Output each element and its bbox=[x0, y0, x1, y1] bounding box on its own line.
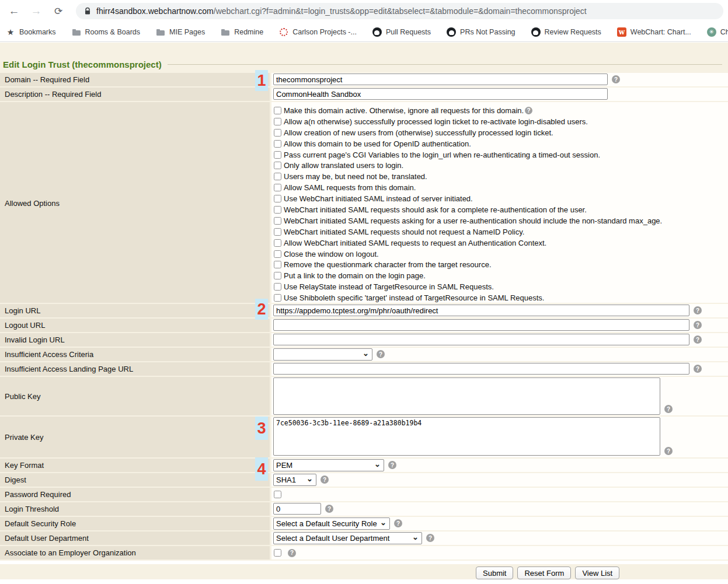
help-icon[interactable] bbox=[612, 75, 620, 83]
row-associate-employer: Associate to an Employer Organization bbox=[0, 546, 728, 559]
legend-divider bbox=[168, 64, 722, 65]
allowed-option-checkbox[interactable] bbox=[274, 118, 281, 125]
help-icon[interactable] bbox=[694, 335, 702, 344]
help-icon[interactable] bbox=[426, 534, 434, 542]
allowed-option-checkbox[interactable] bbox=[274, 151, 281, 159]
bookmark-label: WebChart: Chart... bbox=[631, 28, 691, 36]
field-label-password-required: Password Required bbox=[0, 488, 270, 501]
allowed-option-row[interactable]: Allow WebChart initiated SAML requests t… bbox=[273, 237, 662, 249]
public-key-textarea[interactable] bbox=[273, 377, 660, 415]
help-icon[interactable] bbox=[694, 365, 702, 373]
help-icon[interactable] bbox=[288, 549, 296, 557]
lock-icon[interactable] bbox=[84, 7, 91, 15]
invalid-login-url-input[interactable] bbox=[273, 334, 689, 345]
allowed-option-checkbox[interactable] bbox=[274, 140, 281, 148]
allowed-option-row[interactable]: Use Shibboleth specific 'target' instead… bbox=[273, 292, 662, 303]
help-icon[interactable] bbox=[388, 461, 396, 469]
allowed-option-row[interactable]: Remove the questionmark character from t… bbox=[273, 259, 662, 270]
field-label-login-url: Login URL bbox=[0, 304, 270, 317]
bookmark-item[interactable]: MIE Pages bbox=[156, 27, 205, 37]
allowed-option-checkbox[interactable] bbox=[274, 239, 281, 247]
bookmark-item[interactable]: WebChart: Chart... bbox=[617, 27, 691, 37]
allowed-option-label: Allow this domain to be used for OpenID … bbox=[284, 139, 471, 148]
allowed-option-checkbox[interactable] bbox=[274, 294, 281, 302]
allowed-option-checkbox[interactable] bbox=[274, 129, 281, 137]
default-security-role-select[interactable]: Select a Default Security Role bbox=[273, 517, 390, 530]
allowed-option-row[interactable]: WebChart initiated SAML requests asking … bbox=[273, 215, 662, 226]
allowed-option-label: Allow a(n otherwise) successfully proces… bbox=[284, 117, 588, 126]
domain-input[interactable] bbox=[273, 74, 608, 85]
bookmark-item[interactable]: PRs Not Passing bbox=[447, 27, 515, 37]
allowed-option-checkbox[interactable] bbox=[274, 173, 281, 180]
associate-employer-checkbox[interactable] bbox=[274, 549, 281, 557]
allowed-option-checkbox[interactable] bbox=[274, 195, 281, 202]
help-icon[interactable] bbox=[694, 321, 702, 329]
allowed-option-checkbox[interactable] bbox=[274, 261, 281, 268]
allowed-option-checkbox[interactable] bbox=[274, 206, 281, 214]
allowed-option-checkbox[interactable] bbox=[274, 250, 281, 258]
view-list-button[interactable]: View List bbox=[575, 566, 619, 579]
allowed-option-row[interactable]: Make this domain active. Otherwise, igno… bbox=[273, 105, 662, 116]
forward-icon[interactable]: → bbox=[29, 5, 43, 18]
help-icon[interactable] bbox=[394, 519, 402, 527]
allowed-option-row[interactable]: Allow this domain to be used for OpenID … bbox=[273, 138, 662, 149]
allowed-option-row[interactable]: Put a link to the domain on the login pa… bbox=[273, 270, 662, 281]
allowed-option-checkbox[interactable] bbox=[274, 228, 281, 236]
private-key-textarea[interactable]: 7ce50036-3c3b-11ee-8689-a21a380b19b4 bbox=[273, 417, 660, 456]
annotation-badge-4: 4 bbox=[255, 457, 268, 481]
annotation-badge-1: 1 bbox=[255, 70, 268, 91]
field-label-invalid-login-url: Invalid Login URL bbox=[0, 333, 270, 347]
allowed-option-row[interactable]: Pass current page's CGI Variables to the… bbox=[273, 149, 662, 160]
description-input[interactable] bbox=[273, 88, 608, 100]
login-threshold-input[interactable] bbox=[273, 503, 321, 515]
allowed-option-row[interactable]: Only allow translated users to login. bbox=[273, 160, 662, 171]
logout-url-input[interactable] bbox=[273, 319, 689, 331]
bookmark-item[interactable]: Redmine bbox=[221, 27, 263, 37]
allowed-option-row[interactable]: WebChart initiated SAML requests should … bbox=[273, 204, 662, 215]
back-icon[interactable]: ← bbox=[7, 5, 21, 18]
url-bar[interactable]: fhirr4sandbox.webchartnow.com/webchart.c… bbox=[76, 3, 723, 19]
allowed-option-label: Use Shibboleth specific 'target' instead… bbox=[284, 293, 544, 302]
allowed-option-row[interactable]: WebChart initiated SAML requests should … bbox=[273, 226, 662, 237]
help-icon[interactable] bbox=[664, 405, 673, 413]
help-icon[interactable] bbox=[664, 447, 673, 455]
help-icon[interactable] bbox=[525, 107, 532, 114]
key-format-select[interactable]: PEM bbox=[273, 459, 384, 471]
digest-select[interactable]: SHA1 bbox=[273, 474, 316, 486]
allowed-option-row[interactable]: Allow creation of new users from (otherw… bbox=[273, 127, 662, 138]
allowed-option-checkbox[interactable] bbox=[274, 283, 281, 291]
field-label-logout-url: Logout URL bbox=[0, 319, 270, 332]
reset-form-button[interactable]: Reset Form bbox=[517, 566, 571, 579]
login-url-input[interactable] bbox=[273, 305, 689, 316]
allowed-option-row[interactable]: Use RelayState instead of TargetResource… bbox=[273, 281, 662, 292]
allowed-option-row[interactable]: Use WebChart initiated SAML instead of s… bbox=[273, 193, 662, 204]
bookmark-item[interactable]: Bookmarks bbox=[6, 27, 56, 37]
default-user-department-select[interactable]: Select a Default User Department bbox=[273, 532, 422, 544]
allowed-option-checkbox[interactable] bbox=[274, 272, 281, 279]
allowed-option-checkbox[interactable] bbox=[274, 217, 281, 225]
insufficient-access-landing-input[interactable] bbox=[273, 363, 689, 375]
bookmark-item[interactable]: Review Requests bbox=[531, 27, 601, 37]
field-label-key-format: Key Format bbox=[0, 459, 270, 472]
allowed-option-row[interactable]: Allow SAML requests from this domain. bbox=[273, 182, 662, 193]
allowed-option-row[interactable]: Allow a(n otherwise) successfully proces… bbox=[273, 116, 662, 127]
insufficient-access-criteria-select[interactable] bbox=[273, 348, 372, 361]
page-title: Edit Login Trust (thecommonsproject) bbox=[3, 60, 162, 69]
reload-icon[interactable]: ⟳ bbox=[51, 5, 65, 18]
row-logout-url: Logout URL bbox=[0, 319, 728, 332]
help-icon[interactable] bbox=[321, 475, 329, 484]
help-icon[interactable] bbox=[377, 350, 385, 358]
bookmark-item[interactable]: Rooms & Boards bbox=[72, 27, 140, 37]
allowed-option-row[interactable]: Users may be, but need not be, translate… bbox=[273, 171, 662, 182]
bookmark-item[interactable]: Pull Requests bbox=[372, 27, 431, 37]
bookmark-item[interactable]: ChatGPT bbox=[707, 27, 728, 37]
allowed-option-row[interactable]: Close the window on logout. bbox=[273, 249, 662, 260]
help-icon[interactable] bbox=[325, 505, 333, 513]
allowed-option-checkbox[interactable] bbox=[274, 184, 281, 191]
bookmark-item[interactable]: Carlson Projects -... bbox=[279, 27, 357, 37]
allowed-option-checkbox[interactable] bbox=[274, 107, 281, 114]
password-required-checkbox[interactable] bbox=[274, 491, 281, 498]
help-icon[interactable] bbox=[694, 306, 702, 314]
allowed-option-checkbox[interactable] bbox=[274, 162, 281, 169]
submit-button[interactable]: Submit bbox=[476, 566, 513, 579]
